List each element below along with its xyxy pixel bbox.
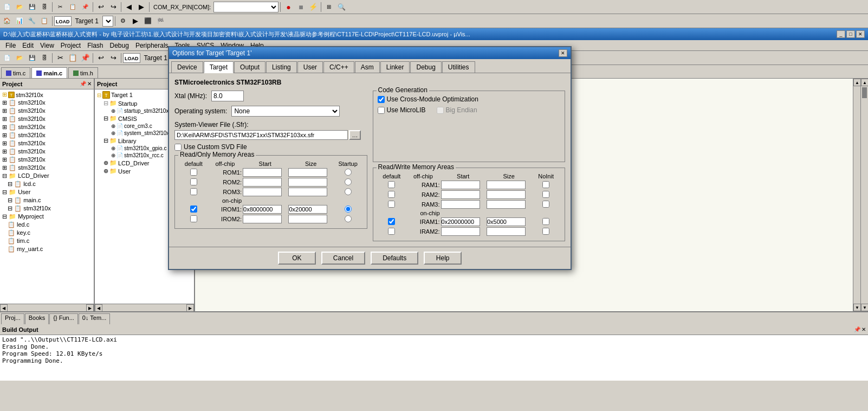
custom-svd-cb[interactable] — [174, 144, 182, 151]
dialog-close-btn[interactable]: ✕ — [559, 49, 567, 57]
tree-item-lcd[interactable]: ⊟ 📁 LCD_Driver — [1, 172, 93, 180]
flash-btn[interactable]: ⚡ — [307, 1, 319, 13]
irom2-size-input[interactable] — [288, 215, 327, 223]
build-pin[interactable]: 📌 — [854, 326, 860, 332]
outer-right-scrollbar[interactable]: ▲ ▼ — [860, 79, 868, 311]
tab-tim-c[interactable]: tim.c — [1, 67, 30, 78]
tree-item-main[interactable]: ⊟ 📋 main.c — [1, 196, 93, 204]
tb2-btn6[interactable]: ▶ — [129, 15, 141, 27]
dialog-tab-listing[interactable]: Listing — [266, 61, 297, 73]
ram1-start-input[interactable] — [441, 181, 480, 189]
inner-open[interactable]: 📂 — [14, 52, 25, 64]
minimize-btn[interactable]: _ — [837, 30, 845, 38]
nav-back-btn[interactable]: ◀ — [123, 1, 135, 13]
dialog-tab-linker[interactable]: Linker — [380, 61, 410, 73]
inner-scroll-right[interactable]: ▶ — [186, 304, 194, 311]
tree-item-tim[interactable]: 📋 tim.c — [1, 237, 93, 245]
tree-item-2[interactable]: ⊞ 📋 stm32f10x — [1, 99, 93, 107]
menu-peripherals[interactable]: Peripherals — [132, 41, 172, 50]
tree-item-led[interactable]: 📋 led.c — [1, 221, 93, 229]
menu-view[interactable]: View — [37, 41, 57, 50]
iram1-noinit-cb[interactable] — [542, 218, 549, 225]
dialog-ok-btn[interactable]: OK — [278, 252, 316, 265]
menu-file[interactable]: File — [2, 41, 19, 50]
ram3-noinit-cb[interactable] — [542, 201, 549, 208]
bottom-tab-books[interactable]: Books — [25, 313, 49, 324]
rom1-default-cb[interactable] — [190, 169, 197, 176]
dialog-tab-output[interactable]: Output — [234, 61, 265, 73]
rom3-size-input[interactable] — [288, 188, 327, 196]
inner-undo[interactable]: ↩ — [95, 52, 107, 64]
cut-btn[interactable]: ✂ — [54, 1, 66, 13]
rom3-start-input[interactable] — [243, 188, 282, 196]
save-btn[interactable]: 💾 — [26, 1, 38, 13]
dialog-tab-utilities[interactable]: Utilities — [442, 61, 475, 73]
grid-btn[interactable]: ⊞ — [323, 1, 335, 13]
dialog-tab-user[interactable]: User — [297, 61, 323, 73]
iram1-default-cb[interactable] — [388, 218, 395, 225]
inner-redo[interactable]: ↪ — [107, 52, 119, 64]
inner-new[interactable]: 📄 — [1, 52, 13, 64]
inner-copy[interactable]: 📋 — [67, 52, 79, 64]
tb2-btn3[interactable]: 🔧 — [26, 15, 38, 27]
close-btn[interactable]: ✕ — [856, 30, 865, 38]
inner-paste[interactable]: 📌 — [79, 52, 91, 64]
rom2-default-cb[interactable] — [190, 178, 197, 185]
dialog-tab-asm[interactable]: Asm — [355, 61, 380, 73]
dialog-tab-target[interactable]: Target — [204, 61, 234, 73]
panel-close[interactable]: ✕ — [87, 81, 92, 87]
irom2-startup-rb[interactable] — [345, 215, 352, 222]
tree-item-5[interactable]: ⊞ 📋 stm32f10x — [1, 123, 93, 131]
iram2-start-input[interactable] — [441, 227, 480, 236]
inner-cut[interactable]: ✂ — [54, 52, 66, 64]
inner-scroll-left[interactable]: ◀ — [95, 304, 102, 311]
big-endian-cb[interactable] — [437, 107, 444, 114]
scroll-right[interactable]: ▶ — [86, 304, 94, 311]
dialog-tab-cpp[interactable]: C/C++ — [323, 61, 354, 73]
xtal-input[interactable] — [211, 91, 244, 101]
menu-project[interactable]: Project — [57, 41, 84, 50]
tb2-btn1[interactable]: 🏠 — [1, 15, 13, 27]
dialog-help-btn[interactable]: Help — [424, 252, 462, 265]
tree-item-3[interactable]: ⊞ 📋 stm32f10x — [1, 107, 93, 115]
scroll-up-btn[interactable]: ▲ — [853, 79, 860, 86]
irom2-start-input[interactable] — [243, 215, 282, 223]
rom3-startup-rb[interactable] — [345, 188, 352, 195]
restore-btn[interactable]: □ — [846, 30, 855, 38]
rom1-start-input[interactable] — [243, 168, 282, 177]
iram2-size-input[interactable] — [487, 227, 526, 236]
redo-btn[interactable]: ↪ — [107, 1, 119, 13]
paste-btn[interactable]: 📌 — [79, 1, 91, 13]
rom2-size-input[interactable] — [288, 178, 327, 187]
irom2-default-cb[interactable] — [190, 215, 197, 222]
tree-item-user[interactable]: ⊟ 📁 User — [1, 188, 93, 196]
ram2-start-input[interactable] — [441, 190, 480, 199]
rom3-default-cb[interactable] — [190, 188, 197, 195]
copy-btn[interactable]: 📋 — [67, 1, 79, 13]
scroll-down-btn[interactable]: ▼ — [853, 304, 860, 311]
irom1-size-input[interactable] — [288, 205, 327, 214]
search-btn[interactable]: 🔍 — [335, 1, 347, 13]
rom1-size-input[interactable] — [288, 168, 327, 177]
new-btn[interactable]: 📄 — [1, 1, 13, 13]
tree-item-9[interactable]: ⊞ 📋 stm32f10x — [1, 156, 93, 164]
iram1-start-input[interactable] — [441, 217, 480, 226]
tree-item-4[interactable]: ⊞ 📋 stm32f10x — [1, 115, 93, 123]
ram2-default-cb[interactable] — [388, 191, 395, 198]
iram2-default-cb[interactable] — [388, 228, 395, 235]
tree-item-uart[interactable]: 📋 my_uart.c — [1, 245, 93, 253]
save-all-btn[interactable]: 🗄 — [38, 1, 50, 13]
bottom-tab-tem[interactable]: 0↓ Tem... — [79, 313, 110, 324]
ram3-start-input[interactable] — [441, 200, 480, 209]
inner-save[interactable]: 💾 — [26, 52, 38, 64]
irom1-default-cb[interactable] — [190, 206, 197, 213]
tree-item-myproject[interactable]: ⊟ 📁 Myproject — [1, 213, 93, 221]
dialog-cancel-btn[interactable]: Cancel — [321, 252, 365, 265]
rom2-start-input[interactable] — [243, 178, 282, 187]
dialog-tab-device[interactable]: Device — [171, 61, 203, 73]
target-dropdown[interactable] — [102, 16, 113, 27]
tree-item-10[interactable]: ⊞ 📋 stm32f10x — [1, 164, 93, 172]
inner-saveall[interactable]: 🗄 — [38, 52, 50, 64]
tree-item-1[interactable]: ⊞ T stm32f10x — [1, 91, 93, 99]
tb2-btn7[interactable]: ⬛ — [142, 15, 154, 27]
